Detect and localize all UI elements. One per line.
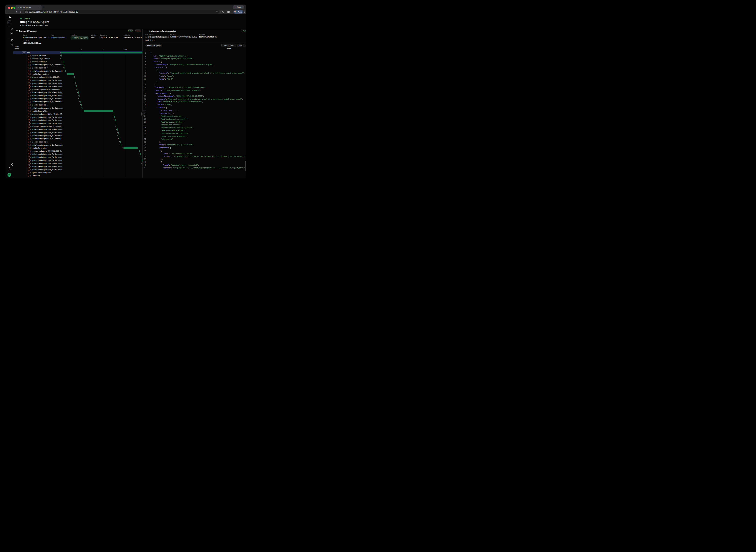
duration-bar[interactable] [140,153,141,155]
trace-row[interactable]: >_publish:user:insights:user_2VH6zowmh..… [13,156,142,159]
home-icon[interactable]: ⌂ [20,11,21,13]
duration-bar[interactable] [80,98,80,100]
duration-bar[interactable] [141,156,142,158]
trace-row[interactable]: >_publish:user:insights:user_2VH6zowmh..… [13,159,142,162]
trace-row[interactable]: >_publish:user:insights:user_2VH6zowmh..… [13,143,142,146]
duration-bar[interactable] [78,92,79,94]
duration-bar[interactable] [116,122,116,124]
copy-button[interactable]: Copy [237,44,242,47]
code-scrollbar[interactable] [245,161,246,171]
devtools-icon[interactable] [227,11,230,14]
duration-bar[interactable] [61,54,61,56]
trace-row[interactable]: >_publish:user:insights:user_2VH6zowmh..… [13,122,142,125]
trace-row[interactable]: >_generate-output-part-id-887aa111-5d4e.… [13,125,142,128]
duration-bar[interactable] [62,57,62,60]
run-duration-bar[interactable] [61,52,142,53]
trace-row[interactable]: >_generate-thread-id [13,54,142,57]
trace-row[interactable]: >_publish:user:insights:user_2VH6zowmh..… [13,97,142,100]
duration-bar[interactable] [117,128,118,131]
trace-row[interactable]: >_generate-agent-ids-1 [13,103,142,106]
window-minimize-button[interactable] [11,7,13,9]
trace-row[interactable]: >_publish:user:insights:user_2VH6zowmh..… [13,82,142,85]
duration-bar[interactable] [79,95,79,97]
trace-row[interactable]: >_publish:user:insights:user_2VH6zowmh..… [13,85,142,88]
function-payload-pill[interactable]: Function Payload [146,44,162,47]
address-bar[interactable]: i localhost:8288/run?runID=01KHRMPW77GVM… [24,10,219,14]
duration-bar[interactable] [64,67,65,69]
duration-bar[interactable] [82,107,82,109]
trace-row[interactable]: ☑Finalization [13,174,142,177]
duration-bar[interactable] [119,135,119,137]
duration-bar[interactable] [115,116,115,118]
tab-input[interactable]: Input [145,39,149,41]
browser-tab[interactable]: ∿ Inngest Server ✕ [15,5,41,10]
duration-bar[interactable] [84,110,114,112]
trace-row[interactable]: >_generate-agent-ids-2 [13,140,142,143]
trace-row[interactable]: >_publish:user:insights:user_2VH6zowmh..… [13,134,142,137]
tab-close-icon[interactable]: ✕ [39,6,40,8]
site-info-icon[interactable]: i [25,11,28,13]
trace-run-row[interactable]: 40⌄ Run [13,51,142,54]
trace-row[interactable]: >_generate-tool-part-id-887aa111-5d4e-45… [13,113,142,116]
trace-row[interactable]: >_capture-observability-data [13,171,142,174]
chrome-menu-icon[interactable]: ⋮ [243,11,245,13]
duration-bar[interactable] [124,147,138,149]
trace-row[interactable]: >_publish:user:insights:user_2VH6zowmh..… [13,165,142,168]
trace-row[interactable]: >_publish:user:insights:user_2VH6zowmh..… [13,63,142,66]
profile-button[interactable]: Work [233,10,243,14]
trace-row[interactable]: ∿Insights Summarizer [13,146,142,149]
duration-bar[interactable] [120,141,121,143]
duration-bar[interactable] [63,60,63,63]
trace-row[interactable]: >_publish:user:insights:user_2VH6zowmh..… [13,70,142,73]
duration-bar[interactable] [142,159,142,161]
trace-row[interactable]: >_publish:user:insights:user_2VH6zowmh..… [13,91,142,94]
window-close-button[interactable] [8,7,10,9]
trace-row[interactable]: ∿Insights Query Writer [13,109,142,113]
duration-bar[interactable] [80,101,81,103]
extensions-icon[interactable] [222,11,224,14]
run-count-badge[interactable]: 40⌄ [22,51,26,54]
trace-row[interactable]: >_publish:user:insights:user_2VH6zowmh..… [13,119,142,122]
duration-bar[interactable] [64,64,64,66]
gemini-button[interactable]: ✶ Gemini [233,5,244,9]
new-tab-button[interactable]: + [43,6,44,8]
trace-row[interactable]: >_publish:user:insights:user_2VH6zowmh..… [13,168,142,171]
trace-row[interactable]: >_publish:user:insights:user_2VH6zowmh..… [13,94,142,97]
duration-bar[interactable] [74,76,74,78]
trace-row[interactable]: >_publish:user:insights:user_2VH6zowmh..… [13,153,142,156]
duration-bar[interactable] [121,144,122,146]
duration-bar[interactable] [76,85,77,88]
help-icon[interactable]: ? [8,167,11,170]
forward-icon[interactable]: → [12,11,14,13]
trace-row[interactable]: >_generate-output-part-id-c458648f-8d6..… [13,88,142,91]
trace-row[interactable]: >_generate-text-part-id-9357e5f0-a530-4.… [13,149,142,153]
duration-bar[interactable] [118,132,119,134]
trace-row[interactable]: >_publish:user:insights:user_2VH6zowmh..… [13,116,142,119]
duration-bar[interactable] [75,82,76,84]
trace-row[interactable]: >_publish:user:insights:user_2VH6zowmh..… [13,100,142,103]
duration-bar[interactable] [81,104,81,106]
trace-row[interactable]: ∿Insights Event Matcher [13,73,142,76]
app-badge[interactable]: DV [7,20,11,24]
trace-row[interactable]: >_publish:user:insights:user_2VH6zowmh..… [13,162,142,165]
trace-row[interactable]: >_publish:user:insights:user_2VH6zowmh..… [13,79,142,82]
duration-bar[interactable] [117,125,117,128]
trace-row[interactable]: >_publish:user:insights:user_2VH6zowmh..… [13,106,142,109]
duration-bar[interactable] [114,113,114,115]
send-to-dev-server-button[interactable]: Send to Dev Server [221,44,236,47]
trace-row[interactable]: >_publish:user:insights:user_2VH6zowmh..… [13,128,142,131]
duration-bar[interactable] [75,79,75,81]
duration-bar[interactable] [120,138,120,140]
duration-bar[interactable] [139,150,140,152]
trace-row[interactable]: >_generate-tool-part-id-c458648f-8d60-..… [13,76,142,79]
tab-output[interactable]: Output [150,39,155,41]
duration-bar[interactable] [77,88,78,91]
trace-row[interactable]: >_publish:user:insights:user_2VH6zowmh..… [13,137,142,140]
wrap-lines-button[interactable] [243,44,246,47]
dev-tools-button[interactable]: </> [7,173,11,177]
bookmark-star-icon[interactable]: ☆ [216,10,218,13]
trace-row[interactable]: >_generate-network-id [13,60,142,63]
invoke-button[interactable]: Invoke [241,29,246,32]
trace-row[interactable]: >_generate-target-channel [13,57,142,60]
trace-row[interactable]: >_publish:user:insights:user_2VH6zowmh..… [13,131,142,134]
